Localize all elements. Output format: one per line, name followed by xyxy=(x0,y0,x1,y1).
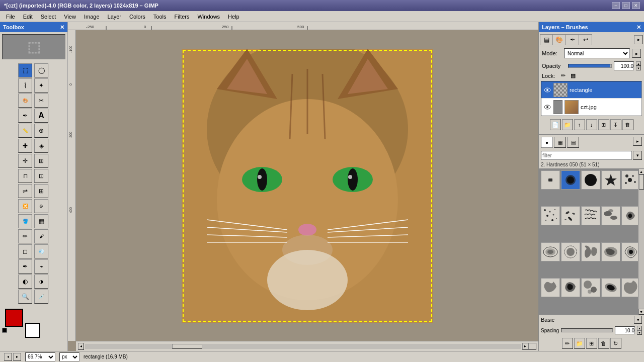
panel-menu-button[interactable]: ▸ xyxy=(634,35,643,44)
brush-item-14[interactable] xyxy=(601,242,620,261)
opacity-down[interactable]: ▼ xyxy=(636,66,641,70)
tool-ellipse-select[interactable]: ◯ xyxy=(34,63,48,77)
tool-scissors[interactable]: ✂ xyxy=(34,94,48,108)
brush-item-8[interactable] xyxy=(581,206,600,225)
brush-item-2[interactable] xyxy=(561,170,580,190)
brush-tab-patterns[interactable]: ▦ xyxy=(554,137,566,148)
spacing-up[interactable]: ▲ xyxy=(637,326,642,330)
brush-category-menu[interactable]: ▾ xyxy=(634,316,642,324)
mode-select[interactable]: Normal xyxy=(564,48,630,58)
foreground-color[interactable] xyxy=(5,309,23,327)
tool-dodge-burn[interactable]: ◐ xyxy=(18,275,32,289)
menu-help[interactable]: Help xyxy=(224,13,244,21)
menu-filters[interactable]: Filters xyxy=(171,13,194,21)
menu-windows[interactable]: Windows xyxy=(193,13,224,21)
minimize-button[interactable]: – xyxy=(612,2,620,9)
scroll-right-button[interactable]: ▸ xyxy=(522,343,528,350)
opacity-input[interactable] xyxy=(614,61,634,70)
brush-item-19[interactable] xyxy=(601,278,620,297)
nav-left-button[interactable]: ◂ xyxy=(4,353,12,361)
opacity-up[interactable]: ▲ xyxy=(636,61,641,66)
canvas-scroll-horizontal[interactable]: ◂ ▸ xyxy=(76,341,538,351)
tool-fuzzy-select[interactable]: ✦ xyxy=(34,78,48,93)
brush-edit-button[interactable]: ✏ xyxy=(562,338,573,349)
brush-new-button[interactable]: ⊞ xyxy=(586,338,597,349)
menu-image[interactable]: Image xyxy=(80,13,104,21)
tool-rect-select[interactable]: ⬚ xyxy=(18,63,32,77)
tool-paintbrush[interactable]: 🖌 xyxy=(34,229,48,243)
brush-item-7[interactable] xyxy=(561,206,580,225)
brush-item-5[interactable] xyxy=(621,170,638,190)
tool-crop[interactable]: ⊓ xyxy=(18,169,32,183)
opacity-slider[interactable] xyxy=(568,64,612,68)
menu-view[interactable]: View xyxy=(60,13,80,21)
spacing-input[interactable] xyxy=(615,326,635,334)
maximize-button[interactable]: □ xyxy=(622,2,630,9)
tab-paths[interactable]: ✒ xyxy=(566,34,579,45)
brush-item-17[interactable] xyxy=(561,278,580,297)
menu-layer[interactable]: Layer xyxy=(104,13,126,21)
tool-warp[interactable]: 🔀 xyxy=(18,199,32,213)
tool-move[interactable]: ✛ xyxy=(18,154,32,168)
create-group-button[interactable]: 📁 xyxy=(562,119,573,130)
new-layer-button[interactable]: 📄 xyxy=(550,119,561,130)
brush-scroll-down[interactable]: ▼ xyxy=(638,309,645,315)
swap-colors-button[interactable]: ↺ xyxy=(2,328,7,333)
spacing-slider[interactable] xyxy=(561,328,613,332)
brush-item-20[interactable] xyxy=(621,278,638,297)
tool-flip[interactable]: ⇌ xyxy=(18,184,32,198)
unit-select[interactable]: px mm in xyxy=(59,352,79,361)
tool-measure[interactable]: 📏 xyxy=(18,124,32,138)
brushes-scrollbar[interactable]: ▲ ▼ xyxy=(638,168,644,315)
brush-item-11[interactable] xyxy=(541,242,560,261)
brush-item-9[interactable] xyxy=(601,206,620,225)
zoom-select[interactable]: 66.7% 100% 50% 200% xyxy=(25,352,55,361)
toolbox-close-button[interactable]: ✕ xyxy=(60,24,64,31)
background-color[interactable] xyxy=(25,323,40,338)
tool-transform[interactable]: ⊡ xyxy=(34,169,48,183)
layer-item-czt[interactable]: czt.jpg xyxy=(541,99,641,116)
brush-delete-button[interactable]: 🗑 xyxy=(598,338,609,349)
scroll-thumb-h[interactable] xyxy=(172,344,202,349)
tab-channels[interactable]: 🎨 xyxy=(553,34,566,45)
tab-layers[interactable]: ▤ xyxy=(540,34,553,45)
brush-grid[interactable] xyxy=(539,168,638,315)
canvas-inner[interactable] xyxy=(76,30,538,341)
layer-item-rectangle[interactable]: rectangle xyxy=(541,81,641,99)
tool-pencil[interactable]: ✏ xyxy=(18,229,32,243)
raise-layer-button[interactable]: ↑ xyxy=(574,119,585,130)
tool-bucket-fill[interactable]: 🪣 xyxy=(18,214,32,228)
menu-select[interactable]: Select xyxy=(37,13,60,21)
lock-pixels-icon[interactable]: ✏ xyxy=(561,72,566,79)
brush-item-16[interactable] xyxy=(541,278,560,297)
mode-help-button[interactable]: ▸ xyxy=(632,49,641,58)
tool-paths[interactable]: ✒ xyxy=(18,109,32,123)
brush-scroll-track[interactable] xyxy=(638,174,644,309)
tool-unified[interactable]: ⊛ xyxy=(34,199,48,213)
brush-filter-input[interactable] xyxy=(541,151,632,160)
lower-layer-button[interactable]: ↓ xyxy=(586,119,597,130)
brush-item-15[interactable] xyxy=(621,242,638,261)
tool-airbrush[interactable]: 💨 xyxy=(34,244,48,258)
scroll-track-h[interactable] xyxy=(85,344,521,349)
layer-eye-czt[interactable] xyxy=(543,103,551,111)
tool-free-select[interactable]: ⌇ xyxy=(18,78,32,93)
spacing-down[interactable]: ▼ xyxy=(637,330,642,335)
brush-item-1[interactable] xyxy=(541,170,560,190)
menu-colors[interactable]: Colors xyxy=(125,13,149,21)
image-canvas[interactable] xyxy=(182,49,433,323)
brush-item-4[interactable] xyxy=(601,170,620,190)
menu-edit[interactable]: Edit xyxy=(19,13,37,21)
tool-perspective[interactable]: ◈ xyxy=(34,139,48,153)
brush-item-18[interactable] xyxy=(581,278,600,297)
tool-heal[interactable]: ✚ xyxy=(18,139,32,153)
close-button[interactable]: ✕ xyxy=(632,2,640,9)
brush-item-3[interactable] xyxy=(581,170,600,190)
anchor-layer-button[interactable]: ↧ xyxy=(610,119,621,130)
panel-close-button[interactable]: ✕ xyxy=(636,24,641,31)
delete-layer-button[interactable]: 🗑 xyxy=(622,119,633,130)
brush-item-10[interactable] xyxy=(621,206,638,225)
layer-eye-rectangle[interactable] xyxy=(543,86,551,94)
brush-scroll-up[interactable]: ▲ xyxy=(638,168,645,174)
canvas-area[interactable]: -250 0 250 500 -100 0 200 400 xyxy=(68,22,538,351)
